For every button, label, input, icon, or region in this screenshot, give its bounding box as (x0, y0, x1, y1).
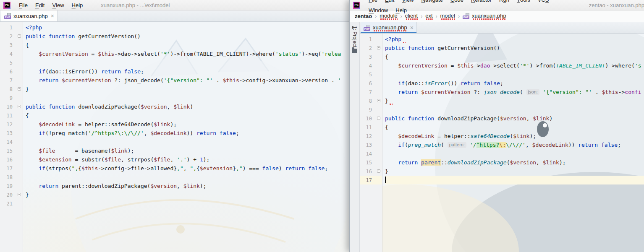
fold-marker-icon[interactable] (377, 169, 380, 173)
menu-code[interactable]: Code (447, 0, 467, 5)
code-line[interactable]: } (26, 190, 349, 199)
right-tab-xuanxuan[interactable]: PHP xuanxuan.php × (361, 22, 417, 33)
line-number[interactable]: 3 (359, 52, 382, 61)
left-gutter[interactable]: 123456789101112131415161718192021 (0, 22, 23, 252)
code-line[interactable]: <?php (26, 23, 349, 32)
line-number[interactable]: 2 (359, 44, 382, 52)
close-icon[interactable]: × (51, 13, 54, 19)
line-number[interactable]: 2 (0, 32, 23, 41)
menu-navigate[interactable]: Navigate (418, 0, 447, 5)
line-number[interactable]: 9 (359, 105, 382, 114)
line-number[interactable]: 7 (359, 88, 382, 96)
line-number[interactable]: 13 (359, 140, 382, 149)
line-number[interactable]: 1 (359, 35, 382, 44)
line-number[interactable]: 3 (0, 41, 23, 49)
code-line[interactable]: public function downloadZipPackage($vers… (26, 102, 349, 111)
line-number[interactable]: 4 (0, 49, 23, 58)
line-number[interactable]: 17 (359, 176, 382, 184)
fold-marker-icon[interactable] (18, 105, 21, 108)
line-number[interactable]: 5 (0, 58, 23, 67)
line-number[interactable]: 12 (359, 132, 382, 140)
code-line[interactable]: if(!preg_match('/^https?\:\/\//', $decod… (26, 129, 349, 138)
code-line[interactable] (385, 149, 644, 158)
line-number[interactable]: 20 (0, 190, 23, 199)
line-number[interactable]: 19 (0, 182, 23, 190)
line-number[interactable]: 18 (0, 173, 23, 182)
line-number[interactable]: 10 (0, 102, 23, 111)
code-line[interactable]: $decodeLink = helper::safe64Decode($link… (385, 132, 644, 140)
code-line[interactable]: public function downloadZipPackage($vers… (385, 114, 644, 123)
menu-view[interactable]: View (48, 0, 68, 10)
code-line[interactable]: public function getCurrentVersion() (26, 32, 349, 41)
code-line[interactable]: { (385, 123, 644, 132)
code-line[interactable]: $file = basename($link); (26, 146, 349, 155)
line-number[interactable]: 17 (0, 164, 23, 173)
line-number[interactable]: 15 (359, 158, 382, 167)
left-tab-xuanxuan[interactable]: PHP xuanxuan.php × (1, 10, 58, 21)
menu-refactor[interactable]: Refactor (467, 0, 495, 5)
breadcrumb-item-module[interactable]: module (380, 13, 398, 20)
code-line[interactable] (385, 70, 644, 79)
code-line[interactable]: $extension = substr($file, strrpos($file… (26, 155, 349, 164)
breadcrumb-item-ext[interactable]: ext (425, 13, 432, 20)
menu-tools[interactable]: Tools (513, 0, 534, 5)
code-line[interactable]: { (385, 52, 644, 61)
line-number[interactable]: 9 (0, 94, 23, 102)
code-line[interactable]: } (385, 167, 644, 176)
code-line[interactable]: { (26, 41, 349, 49)
code-line[interactable] (385, 176, 644, 184)
code-line[interactable]: if(strpos(",{$this->config->file->allowe… (26, 164, 349, 173)
code-line[interactable]: <?php (385, 35, 644, 44)
code-line[interactable] (26, 94, 349, 102)
line-number[interactable]: 21 (0, 199, 23, 208)
line-number[interactable]: 14 (359, 149, 382, 158)
line-number[interactable]: 6 (0, 67, 23, 76)
menu-file[interactable]: File (15, 0, 31, 10)
fold-marker-icon[interactable] (377, 117, 380, 120)
code-line[interactable] (26, 58, 349, 67)
code-line[interactable]: if(dao::isError()) return false; (385, 79, 644, 88)
line-number[interactable]: 10 (359, 114, 382, 123)
line-number[interactable]: 16 (359, 167, 382, 176)
breadcrumb-item-zentao[interactable]: zentao (355, 13, 372, 19)
code-line[interactable]: if(preg_match( pattern: '/^https?\:\/\//… (385, 140, 644, 149)
fold-marker-icon[interactable] (18, 87, 21, 91)
line-number[interactable]: 14 (0, 138, 23, 146)
code-line[interactable]: return parent::downloadZipPackage($versi… (385, 158, 644, 167)
menu-file[interactable]: File (365, 0, 381, 5)
code-line[interactable]: { (26, 111, 349, 120)
code-line[interactable]: public function getCurrentVersion() (385, 44, 644, 52)
right-gutter[interactable]: 1234567891011121314151617 (359, 34, 382, 252)
menu-edit[interactable]: Edit (381, 0, 398, 5)
menu-help[interactable]: Help (68, 0, 87, 10)
line-number[interactable]: 7 (0, 76, 23, 85)
code-line[interactable]: } (385, 96, 644, 105)
line-number[interactable]: 11 (359, 123, 382, 132)
menu-run[interactable]: Run (495, 0, 513, 5)
menu-edit[interactable]: Edit (31, 0, 48, 10)
code-line[interactable] (26, 173, 349, 182)
code-line[interactable] (385, 105, 644, 114)
line-number[interactable]: 6 (359, 79, 382, 88)
line-number[interactable]: 8 (0, 85, 23, 94)
line-number[interactable]: 13 (0, 129, 23, 138)
code-line[interactable]: if(dao::isError()) return false; (26, 67, 349, 76)
line-number[interactable]: 1 (0, 23, 23, 32)
line-number[interactable]: 5 (359, 70, 382, 79)
code-line[interactable]: $currentVersion = $this->dao->select('*'… (26, 49, 349, 58)
code-line[interactable]: return $currentVersion ?: json_decode('{… (26, 76, 349, 85)
line-number[interactable]: 4 (359, 61, 382, 70)
code-line[interactable]: return parent::downloadZipPackage($versi… (26, 182, 349, 190)
fold-marker-icon[interactable] (377, 99, 380, 102)
close-icon[interactable]: × (410, 25, 414, 31)
line-number[interactable]: 12 (0, 120, 23, 129)
breadcrumb-item-client[interactable]: client (405, 13, 418, 20)
line-number[interactable]: 16 (0, 155, 23, 164)
code-line[interactable] (26, 199, 349, 208)
breadcrumb-item-model[interactable]: model (440, 13, 455, 20)
line-number[interactable]: 11 (0, 111, 23, 120)
breadcrumb-item-xuanxuan-php[interactable]: PHPxuanxuan.php (463, 13, 506, 20)
code-line[interactable]: $currentVersion = $this->dao->select('*'… (385, 61, 644, 70)
code-line[interactable]: } (26, 85, 349, 94)
menu-vcs[interactable]: VCS (534, 0, 553, 5)
